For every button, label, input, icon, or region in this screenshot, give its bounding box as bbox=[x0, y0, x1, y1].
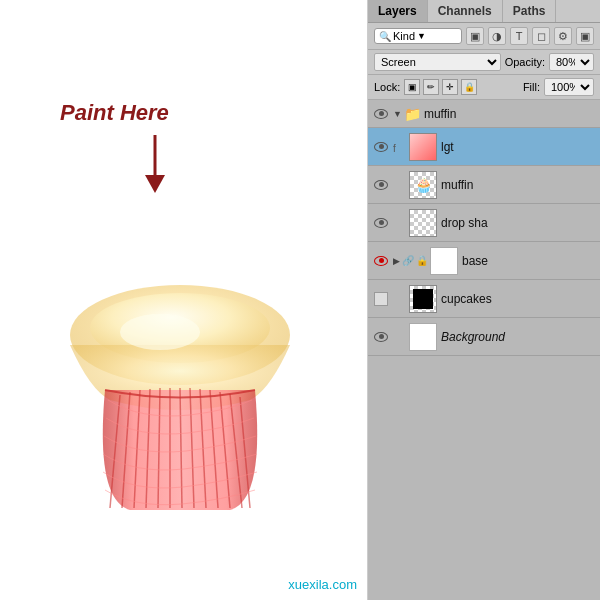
thumb-muffin: 🧁 bbox=[409, 171, 437, 199]
layer-cupcakes[interactable]: cupcakes bbox=[368, 280, 600, 318]
blend-opacity-row: Screen Opacity: 80% bbox=[368, 50, 600, 75]
svg-point-17 bbox=[120, 314, 200, 350]
opacity-label: Opacity: bbox=[505, 56, 545, 68]
thumb-background bbox=[409, 323, 437, 351]
layer-lgt[interactable]: f lgt bbox=[368, 128, 600, 166]
filter-type-icon[interactable]: T bbox=[510, 27, 528, 45]
visibility-muffin-group[interactable] bbox=[372, 105, 390, 123]
eye-hidden-box bbox=[374, 292, 388, 306]
thumb-drop-sha bbox=[409, 209, 437, 237]
kind-search[interactable]: 🔍 Kind ▼ bbox=[374, 28, 462, 44]
lock-move-icon[interactable]: ✛ bbox=[442, 79, 458, 95]
watermark-text: xuexila.com bbox=[288, 577, 357, 592]
expand-base-icon[interactable]: ▶ bbox=[393, 256, 400, 266]
cupcake-illustration bbox=[30, 160, 330, 510]
filter-toggle[interactable]: ▣ bbox=[576, 27, 594, 45]
filter-row: 🔍 Kind ▼ ▣ ◑ T ◻ ⚙ ▣ bbox=[368, 23, 600, 50]
layers-panel: Layers Channels Paths 🔍 Kind ▼ ▣ ◑ T ◻ ⚙… bbox=[368, 0, 600, 600]
opacity-control: Opacity: 80% bbox=[505, 53, 594, 71]
visibility-cupcakes[interactable] bbox=[372, 290, 390, 308]
lock-paint-icon[interactable]: ✏ bbox=[423, 79, 439, 95]
visibility-drop-sha[interactable] bbox=[372, 214, 390, 232]
kind-chevron: ▼ bbox=[417, 31, 426, 41]
thumb-cupcakes-outer bbox=[409, 285, 437, 313]
visibility-base[interactable] bbox=[372, 252, 390, 270]
lock-transparent-icon[interactable]: ▣ bbox=[404, 79, 420, 95]
layer-base[interactable]: ▶ 🔗 🔒 base bbox=[368, 242, 600, 280]
panel-tabs: Layers Channels Paths bbox=[368, 0, 600, 23]
lock-label: Lock: bbox=[374, 81, 400, 93]
tab-channels[interactable]: Channels bbox=[428, 0, 503, 22]
filter-adjust-icon[interactable]: ◑ bbox=[488, 27, 506, 45]
fx-icon: f bbox=[393, 143, 396, 154]
layer-background[interactable]: Background bbox=[368, 318, 600, 356]
layer-muffin[interactable]: 🧁 muffin bbox=[368, 166, 600, 204]
lock-base-icon: 🔒 bbox=[416, 255, 428, 266]
kind-label: Kind bbox=[393, 30, 415, 42]
visibility-background[interactable] bbox=[372, 328, 390, 346]
lock-fill-row: Lock: ▣ ✏ ✛ 🔒 Fill: 100% bbox=[368, 75, 600, 100]
expand-muffin-icon[interactable]: ▼ bbox=[393, 109, 402, 119]
visibility-lgt[interactable] bbox=[372, 138, 390, 156]
fill-select[interactable]: 100% bbox=[544, 78, 594, 96]
lock-all-icon[interactable]: 🔒 bbox=[461, 79, 477, 95]
paint-here-label: Paint Here bbox=[60, 100, 169, 126]
thumb-cupcakes-inner bbox=[413, 289, 433, 309]
layer-lgt-label: lgt bbox=[441, 140, 596, 154]
opacity-select[interactable]: 80% bbox=[549, 53, 594, 71]
layer-background-label: Background bbox=[441, 330, 596, 344]
filter-shape-icon[interactable]: ◻ bbox=[532, 27, 550, 45]
layer-drop-sha-label: drop sha bbox=[441, 216, 596, 230]
canvas-area: Paint Here bbox=[0, 0, 368, 600]
filter-smart-icon[interactable]: ⚙ bbox=[554, 27, 572, 45]
filter-pixel-icon[interactable]: ▣ bbox=[466, 27, 484, 45]
thumb-lgt bbox=[409, 133, 437, 161]
blend-mode-select[interactable]: Screen bbox=[374, 53, 501, 71]
muffin-thumb-icon: 🧁 bbox=[415, 177, 432, 193]
layer-muffin-label: muffin bbox=[441, 178, 596, 192]
layer-base-label: base bbox=[462, 254, 596, 268]
indent-lgt: f bbox=[393, 138, 409, 156]
layer-group-muffin[interactable]: ▼ 📁 muffin bbox=[368, 100, 600, 128]
link-base-icon: 🔗 bbox=[402, 255, 414, 266]
layer-drop-sha[interactable]: drop sha bbox=[368, 204, 600, 242]
tab-paths[interactable]: Paths bbox=[503, 0, 557, 22]
lock-icons-group: ▣ ✏ ✛ 🔒 bbox=[404, 79, 477, 95]
fill-control: Fill: 100% bbox=[523, 78, 594, 96]
tab-layers[interactable]: Layers bbox=[368, 0, 428, 22]
layer-cupcakes-label: cupcakes bbox=[441, 292, 596, 306]
fill-label: Fill: bbox=[523, 81, 540, 93]
folder-icon: 📁 bbox=[404, 106, 421, 122]
thumb-base bbox=[430, 247, 458, 275]
group-muffin-label: muffin bbox=[424, 107, 596, 121]
visibility-muffin[interactable] bbox=[372, 176, 390, 194]
layers-list: ▼ 📁 muffin f lgt 🧁 muffin bbox=[368, 100, 600, 600]
